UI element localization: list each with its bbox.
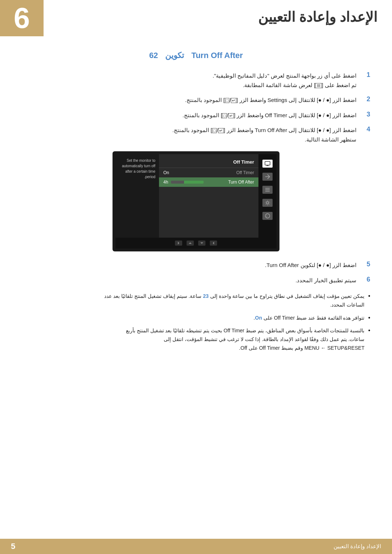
menu-item-value-4h: 4h — [163, 180, 168, 185]
nav-btn-up — [187, 241, 194, 246]
svg-marker-8 — [213, 242, 214, 245]
page-title: الإعداد وإعادة التعيين — [51, 9, 377, 25]
progress-bar-fill — [184, 181, 204, 184]
menu-item-turn-off-after: Turn Off After 4h — [159, 177, 258, 187]
menu-header: Off Timer — [159, 158, 258, 168]
steps-after-list: 5 اضغط الزر [● / ●] لتكوين Turn Off Afte… — [22, 260, 370, 285]
sidebar-icon-gear — [262, 199, 273, 207]
steps-list: 1 اضغط على أي زر بواجهة المنتج لعرض "دلي… — [22, 71, 370, 144]
sidebar-icon-lines — [262, 186, 273, 194]
bullet-3: • بالنسبة للمنتجات الخاصة بأسواق بعض الم… — [44, 327, 370, 352]
nav-btn-left — [210, 241, 217, 246]
step-5-text: اضغط الزر [● / ●] لتكوين Turn Off After. — [265, 260, 359, 270]
monitor-info-text: Set the monitor to automatically turn of… — [122, 159, 155, 179]
monitor-outer: i Off Timer Off Timer On Turn Off After — [113, 151, 279, 251]
step-3-text: اضغط الزر [● / ●] للانتقال إلى Off Timer… — [183, 111, 359, 120]
step-1-number: 1 — [359, 71, 370, 79]
section-title-ar: تكوين — [165, 51, 184, 60]
svg-marker-10 — [189, 242, 192, 244]
footer: الإعداد وإعادة التعيين 5 — [0, 539, 392, 554]
bullets-section: • يمكن تعيين مؤقت إيقاف التشغيل في نطاق … — [44, 292, 370, 353]
menu-item-value-off-timer: On — [163, 170, 169, 175]
step-2: 2 اضغط الزر [● / ●] للانتقال إلى Setting… — [22, 95, 370, 105]
chapter-number: 6 — [14, 4, 30, 33]
bullet-dot-3: • — [368, 327, 370, 334]
bullet-2: • تتوافر هذه القائمة فقط عند ضبط Off Tim… — [44, 314, 370, 323]
bullet-dot-1: • — [368, 293, 370, 299]
menu-item-off-timer: Off Timer On — [159, 168, 258, 177]
step-1: 1 اضغط على أي زر بواجهة المنتج لعرض "دلي… — [22, 71, 370, 90]
monitor-screen: i Off Timer Off Timer On Turn Off After — [115, 154, 277, 238]
bullet-text-2: تتوافر هذه القائمة فقط عند ضبط Off Timer… — [254, 314, 365, 323]
step-6-text: سيتم تطبيق الخيار المحدد. — [295, 276, 359, 285]
step-4-text: اضغط الزر [● / ●] للانتقال إلى Turn Off … — [172, 126, 359, 144]
step-3-number: 3 — [359, 111, 370, 118]
bullet-text-1: يمكن تعيين مؤقت إيقاف التشغيل في نطاق يت… — [104, 292, 364, 309]
svg-point-6 — [265, 214, 270, 218]
section-title-en: Turn Off After — [191, 51, 243, 60]
svg-marker-9 — [200, 242, 203, 244]
section-title-row: 62 تكوين Turn Off After — [22, 51, 370, 60]
step-5: 5 اضغط الزر [● / ●] لتكوين Turn Off Afte… — [22, 260, 370, 270]
sidebar-icon-info: i — [262, 212, 273, 220]
nav-btn-down — [198, 241, 205, 246]
progress-bar — [171, 181, 204, 184]
monitor-wrapper: i Off Timer Off Timer On Turn Off After — [113, 151, 279, 251]
bullet-1: • يمكن تعيين مؤقت إيقاف التشغيل في نطاق … — [44, 292, 370, 309]
menu-item-label-off-timer: Off Timer — [236, 170, 254, 175]
step-2-text: اضغط الزر [● / ●] للانتقال إلى Settings … — [185, 95, 359, 105]
corner-box: 6 — [0, 0, 44, 36]
monitor-mockup: i Off Timer Off Timer On Turn Off After — [22, 151, 370, 251]
svg-text:i: i — [266, 214, 267, 218]
step-6: 6 سيتم تطبيق الخيار المحدد. — [22, 276, 370, 285]
monitor-nav-bar — [115, 238, 277, 249]
svg-point-5 — [266, 202, 269, 204]
step-3: 3 اضغط الزر [● / ●] للانتقال إلى Off Tim… — [22, 111, 370, 120]
bullet-text-3: بالنسبة للمنتجات الخاصة بأسواق بعض المنا… — [126, 327, 365, 352]
step-6-number: 6 — [359, 276, 370, 283]
section-number: 62 — [149, 51, 158, 60]
nav-btn-right — [175, 241, 182, 246]
main-content: 62 تكوين Turn Off After 1 اضغط على أي زر… — [0, 44, 392, 386]
bullet-dot-2: • — [368, 315, 370, 321]
monitor-sidebar: i — [258, 154, 277, 238]
step-4-number: 4 — [359, 126, 370, 133]
svg-rect-0 — [265, 161, 270, 165]
footer-text: الإعداد وإعادة التعيين — [334, 543, 381, 550]
menu-item-label-turn-off-after: Turn Off After — [228, 180, 254, 185]
step-1-text: اضغط على أي زر بواجهة المنتج لعرض "دليل … — [213, 71, 359, 90]
svg-marker-11 — [178, 242, 179, 245]
step-5-number: 5 — [359, 260, 370, 268]
footer-number: 5 — [11, 542, 15, 551]
sidebar-icon-monitor — [262, 160, 273, 168]
sidebar-icon-arrows — [262, 173, 273, 181]
svg-rect-1 — [266, 165, 269, 166]
step-4: 4 اضغط الزر [● / ●] للانتقال إلى Turn Of… — [22, 126, 370, 144]
monitor-menu: Off Timer Off Timer On Turn Off After — [159, 154, 258, 238]
step-2-number: 2 — [359, 95, 370, 103]
menu-item-bar: 4h — [163, 180, 204, 185]
monitor-info: Set the monitor to automatically turn of… — [115, 154, 159, 238]
